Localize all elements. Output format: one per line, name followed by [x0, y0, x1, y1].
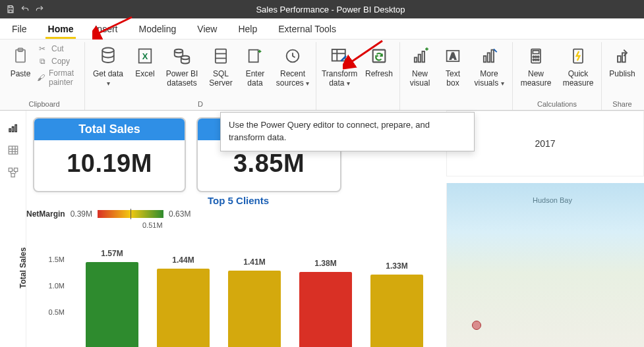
legend-gradient: [98, 210, 163, 218]
refresh-icon: [368, 45, 390, 67]
redo-icon[interactable]: [34, 4, 45, 14]
svg-rect-25: [492, 50, 494, 63]
new-visual-button[interactable]: New visual: [404, 42, 436, 91]
recent-sources-button[interactable]: Recent sources ▾: [274, 42, 312, 91]
enter-data-button[interactable]: Enter data: [241, 42, 270, 91]
color-legend: NetMargin 0.39M 0.63M: [26, 209, 190, 219]
get-data-icon: [97, 45, 119, 67]
svg-point-31: [533, 59, 534, 61]
svg-point-33: [537, 59, 539, 61]
y-tick: 1.5M: [41, 255, 65, 263]
chart-plot-area: 1.57M1.44M1.41M1.38M1.33M: [73, 242, 426, 347]
cut-button[interactable]: ✂Cut: [37, 43, 80, 54]
tab-insert[interactable]: Insert: [85, 20, 127, 38]
tab-external-tools[interactable]: External Tools: [269, 20, 345, 38]
tab-home[interactable]: Home: [39, 20, 83, 38]
group-label-share: Share: [612, 99, 631, 110]
paste-button[interactable]: Paste: [8, 42, 33, 90]
card-total-sales[interactable]: Total Sales 10.19M: [33, 117, 186, 192]
model-view-icon[interactable]: [7, 166, 20, 179]
get-data-label: Get data: [93, 69, 123, 78]
quick-measure-icon: [567, 45, 589, 67]
svg-rect-27: [533, 51, 539, 54]
chart-bar-label: 1.38M: [314, 259, 336, 268]
undo-icon[interactable]: [20, 4, 30, 14]
svg-rect-39: [9, 129, 11, 132]
group-label-calculations: Calculations: [537, 99, 577, 110]
chart-bar-label: 1.44M: [172, 255, 194, 265]
view-rail: [0, 111, 26, 347]
tab-modeling[interactable]: Modeling: [129, 20, 185, 38]
get-data-button[interactable]: Get data ▾: [89, 42, 127, 91]
svg-rect-12: [249, 50, 258, 63]
svg-rect-20: [423, 51, 425, 62]
svg-rect-48: [14, 168, 17, 171]
excel-icon: X: [134, 45, 156, 67]
new-measure-button[interactable]: New measure: [517, 42, 555, 91]
chart-bar-label: 1.41M: [243, 257, 265, 267]
transform-data-button[interactable]: Transform data ▾: [320, 42, 359, 91]
group-label-insert: [455, 99, 457, 110]
legend-min: 0.39M: [71, 209, 92, 219]
excel-label: Excel: [135, 70, 154, 79]
bar-chart[interactable]: Total Sales 1.5M 1.0M 0.5M 1.57M1.44M1.4…: [26, 242, 426, 347]
chart-y-axis-label: Total Sales: [18, 248, 28, 288]
publish-button[interactable]: Publish: [606, 42, 639, 90]
tab-file[interactable]: File: [3, 20, 36, 38]
transform-data-tooltip: Use the Power Query editor to connect, p…: [220, 112, 475, 151]
sql-server-button[interactable]: SQL Server: [205, 42, 237, 91]
group-data: Get data ▾ X Excel Power BI datasets SQL…: [85, 42, 316, 110]
title-bar: Sales Performance - Power BI Desktop: [0, 0, 644, 18]
y-tick: 0.5M: [41, 308, 65, 316]
more-visuals-button[interactable]: More visuals ▾: [470, 42, 508, 91]
group-insert: New visual A Text box More visuals ▾: [400, 42, 513, 110]
text-box-label: Text box: [441, 70, 465, 88]
chart-y-ticks: 1.5M 1.0M 0.5M: [41, 242, 65, 347]
group-label-queries: [357, 99, 359, 110]
recent-label: Recent sources: [276, 69, 305, 88]
group-label-clipboard: Clipboard: [28, 99, 59, 110]
datasets-icon: [171, 45, 193, 67]
svg-point-8: [181, 56, 190, 60]
tab-help[interactable]: Help: [229, 20, 266, 38]
copy-button[interactable]: ⧉Copy: [37, 56, 80, 67]
data-view-icon[interactable]: [7, 144, 20, 157]
svg-rect-9: [216, 49, 226, 63]
pbi-datasets-button[interactable]: Power BI datasets: [163, 42, 201, 91]
svg-point-28: [533, 56, 534, 57]
publish-label: Publish: [609, 70, 635, 79]
excel-button[interactable]: X Excel: [131, 42, 159, 90]
svg-rect-0: [9, 6, 13, 8]
brush-icon: 🖌: [37, 72, 45, 83]
save-icon[interactable]: [5, 4, 16, 14]
year-slicer[interactable]: 2017: [446, 111, 644, 176]
svg-rect-18: [415, 57, 417, 62]
map-visual[interactable]: Hudson Bay: [446, 183, 644, 347]
chart-bar: [157, 269, 210, 347]
svg-rect-42: [9, 146, 18, 154]
report-view-icon[interactable]: [7, 121, 20, 134]
scissors-icon: ✂: [37, 43, 47, 54]
svg-point-29: [535, 56, 537, 57]
format-painter-button[interactable]: 🖌Format painter: [37, 68, 80, 87]
svg-rect-40: [12, 127, 13, 132]
cut-label: Cut: [51, 44, 64, 53]
svg-rect-23: [484, 56, 486, 62]
publish-icon: [611, 45, 633, 67]
chart-bar: [228, 271, 281, 347]
new-measure-label: New measure: [518, 70, 554, 88]
quick-measure-button[interactable]: Quick measure: [559, 42, 597, 91]
pbi-datasets-label: Power BI datasets: [164, 70, 200, 88]
chart-bar-label: 1.33M: [386, 261, 407, 271]
refresh-label: Refresh: [365, 70, 393, 79]
calculator-icon: [525, 45, 547, 67]
quick-measure-label: Quick measure: [560, 70, 596, 88]
tab-view[interactable]: View: [188, 20, 226, 38]
svg-rect-24: [488, 53, 490, 62]
svg-rect-19: [419, 55, 421, 63]
chevron-down-icon: ▾: [501, 80, 504, 87]
transform-icon: [328, 45, 351, 67]
legend-max: 0.63M: [169, 209, 190, 219]
refresh-button[interactable]: Refresh: [363, 42, 395, 90]
text-box-button[interactable]: A Text box: [440, 42, 466, 91]
